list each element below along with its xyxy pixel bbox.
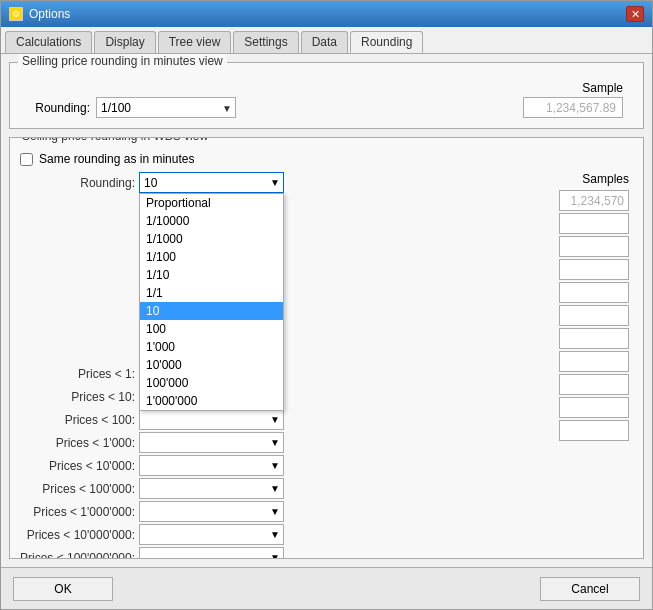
- wbs-rounding-select[interactable]: 10 ▼: [139, 172, 284, 193]
- tabs-bar: Calculations Display Tree view Settings …: [1, 27, 652, 54]
- price-lt1000000-select[interactable]: ▼: [139, 501, 284, 522]
- ok-button[interactable]: OK: [13, 577, 113, 601]
- wbs-sample-lt1000: [559, 282, 629, 303]
- price-lt10000000-label: Prices < 10'000'000:: [20, 528, 135, 542]
- minutes-group: Selling price rounding in minutes view R…: [9, 62, 644, 129]
- chevron-down-icon: ▼: [270, 552, 280, 559]
- price-row-lt10000: Prices < 10'000: ▼: [20, 455, 551, 476]
- tab-settings[interactable]: Settings: [233, 31, 298, 53]
- wbs-group: Selling price rounding in WBS view Same …: [9, 137, 644, 559]
- price-row-lt100000000: Prices < 100'000'000: ▼: [20, 547, 551, 559]
- minutes-group-title: Selling price rounding in minutes view: [18, 54, 227, 68]
- price-lt100000000-label: Prices < 100'000'000:: [20, 551, 135, 560]
- window-title: Options: [29, 7, 70, 21]
- dropdown-item-1-1[interactable]: 1/1: [140, 284, 283, 302]
- dropdown-item-1-1000[interactable]: 1/1000: [140, 230, 283, 248]
- minutes-rounding-label: Rounding:: [20, 101, 90, 115]
- wbs-sample-lt10000: [559, 305, 629, 326]
- chevron-down-icon: ▼: [270, 506, 280, 517]
- close-button[interactable]: ✕: [626, 6, 644, 22]
- price-row-lt1: Prices < 1: ▼: [20, 363, 551, 384]
- minutes-rounding-select-container[interactable]: 1/100 ▼: [96, 97, 236, 118]
- wbs-sample-lt1000000: [559, 351, 629, 372]
- dropdown-item-1000[interactable]: 1'000: [140, 338, 283, 356]
- wbs-sample-lt10: [559, 236, 629, 257]
- dropdown-item-100[interactable]: 100: [140, 320, 283, 338]
- wbs-rounding-label: Rounding:: [20, 176, 135, 190]
- wbs-sample-lt100: [559, 259, 629, 280]
- price-row-lt100: Prices < 100: ▼: [20, 409, 551, 430]
- dropdown-item-100000[interactable]: 100'000: [140, 374, 283, 392]
- wbs-sample-lt100000000: [559, 397, 629, 418]
- wbs-rounding-dropdown[interactable]: Proportional 1/10000 1/1000 1/100 1/10 1…: [139, 193, 284, 411]
- same-rounding-checkbox[interactable]: [20, 153, 33, 166]
- chevron-down-icon: ▼: [270, 437, 280, 448]
- options-window: ⚙ Options ✕ Calculations Display Tree vi…: [0, 0, 653, 610]
- price-row-lt10: Prices < 10: ▼: [20, 386, 551, 407]
- wbs-samples-label: Samples: [559, 172, 629, 186]
- price-row-lt100000: Prices < 100'000: ▼: [20, 478, 551, 499]
- minutes-sample-label: Sample: [582, 81, 623, 95]
- bottom-bar: OK Cancel: [1, 567, 652, 609]
- price-lt10000000-select[interactable]: ▼: [139, 524, 284, 545]
- dropdown-item-1000000[interactable]: 1'000'000: [140, 392, 283, 410]
- chevron-down-icon: ▼: [270, 414, 280, 425]
- price-lt10000-select[interactable]: ▼: [139, 455, 284, 476]
- tab-calculations[interactable]: Calculations: [5, 31, 92, 53]
- dropdown-item-1-10[interactable]: 1/10: [140, 266, 283, 284]
- price-lt100000000-select[interactable]: ▼: [139, 547, 284, 559]
- price-lt1-label: Prices < 1:: [20, 367, 135, 381]
- price-lt1000-select[interactable]: ▼: [139, 432, 284, 453]
- price-row-lt10000000: Prices < 10'000'000: ▼: [20, 524, 551, 545]
- wbs-sample-lt100000: [559, 328, 629, 349]
- tab-rounding[interactable]: Rounding: [350, 31, 423, 53]
- window-icon: ⚙: [9, 7, 23, 21]
- tab-display[interactable]: Display: [94, 31, 155, 53]
- title-bar: ⚙ Options ✕: [1, 1, 652, 27]
- price-lt100000-label: Prices < 100'000:: [20, 482, 135, 496]
- main-content: Selling price rounding in minutes view R…: [1, 54, 652, 567]
- same-rounding-row: Same rounding as in minutes: [20, 152, 633, 166]
- dropdown-item-10[interactable]: 10: [140, 302, 283, 320]
- dropdown-item-1-100[interactable]: 1/100: [140, 248, 283, 266]
- chevron-down-icon: ▼: [270, 529, 280, 540]
- minutes-rounding-select[interactable]: 1/100 ▼: [96, 97, 236, 118]
- wbs-rounding-dropdown-container: 10 ▼ Proportional 1/10000 1/1000 1/100 1…: [139, 172, 284, 193]
- dropdown-item-10000[interactable]: 10'000: [140, 356, 283, 374]
- tab-tree-view[interactable]: Tree view: [158, 31, 232, 53]
- wbs-sample-main: 1,234,570: [559, 190, 629, 211]
- cancel-button[interactable]: Cancel: [540, 577, 640, 601]
- minutes-sample-value: 1,234,567.89: [523, 97, 623, 118]
- tab-data[interactable]: Data: [301, 31, 348, 53]
- price-lt1000000-label: Prices < 1'000'000:: [20, 505, 135, 519]
- chevron-down-icon: ▼: [270, 483, 280, 494]
- price-row-lt1000: Prices < 1'000: ▼: [20, 432, 551, 453]
- chevron-down-icon: ▼: [222, 102, 232, 113]
- price-lt100-label: Prices < 100:: [20, 413, 135, 427]
- same-rounding-label: Same rounding as in minutes: [39, 152, 194, 166]
- price-lt10-label: Prices < 10:: [20, 390, 135, 404]
- price-lt100-select[interactable]: ▼: [139, 409, 284, 430]
- price-lt10000-label: Prices < 10'000:: [20, 459, 135, 473]
- dropdown-item-proportional[interactable]: Proportional: [140, 194, 283, 212]
- dropdown-item-1-10000[interactable]: 1/10000: [140, 212, 283, 230]
- price-row-lt1000000: Prices < 1'000'000: ▼: [20, 501, 551, 522]
- wbs-sample-lt1: [559, 213, 629, 234]
- price-lt1000-label: Prices < 1'000:: [20, 436, 135, 450]
- price-lt100000-select[interactable]: ▼: [139, 478, 284, 499]
- chevron-down-icon: ▼: [270, 460, 280, 471]
- chevron-down-icon: ▼: [270, 177, 280, 188]
- wbs-group-title: Selling price rounding in WBS view: [18, 137, 212, 143]
- wbs-sample-gt100000000: [559, 420, 629, 441]
- wbs-sample-lt10000000: [559, 374, 629, 395]
